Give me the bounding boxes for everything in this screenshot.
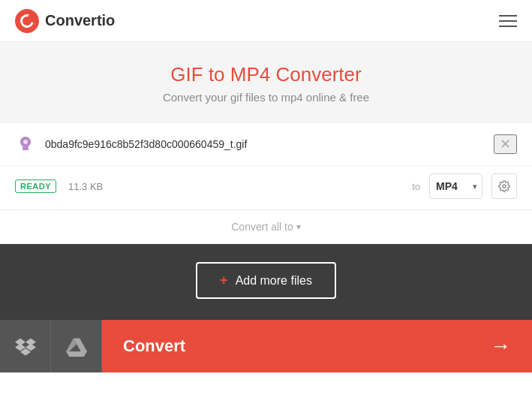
plus-icon: + — [220, 273, 228, 288]
format-select[interactable]: MP4 AVI MOV MKV WMV — [430, 177, 468, 195]
bottom-bar: Convert → — [0, 320, 532, 372]
svg-marker-9 — [66, 351, 87, 357]
hero-section: GIF to MP4 Converter Convert your gif fi… — [0, 42, 532, 123]
arrow-right-icon: → — [490, 334, 511, 358]
logo-area: Convertio — [15, 9, 115, 33]
page-subtitle: Convert your gif files to mp4 online & f… — [15, 91, 517, 104]
logo-text: Convertio — [45, 12, 115, 29]
chevron-down-icon: ▾ — [468, 182, 482, 191]
dropbox-button[interactable] — [0, 320, 51, 372]
svg-point-0 — [23, 140, 28, 144]
file-size: 11.3 KB — [68, 181, 403, 192]
file-row: 0bda9fc9e916c8b52f3d80c000660459_t.gif ✕ — [0, 123, 532, 166]
add-files-zone: + Add more files — [0, 244, 532, 320]
logo-icon — [15, 9, 39, 33]
google-drive-icon — [66, 336, 87, 357]
file-meta-row: READY 11.3 KB to MP4 AVI MOV MKV WMV ▾ — [0, 166, 532, 210]
page-title: GIF to MP4 Converter — [15, 63, 517, 86]
status-badge: READY — [15, 179, 56, 193]
file-section: 0bda9fc9e916c8b52f3d80c000660459_t.gif ✕… — [0, 123, 532, 210]
convert-label: Convert — [123, 336, 185, 356]
dropbox-icon — [15, 336, 36, 357]
convert-all-bar[interactable]: Convert all to ▾ — [0, 210, 532, 244]
hamburger-icon[interactable] — [499, 15, 517, 27]
svg-point-1 — [503, 185, 506, 188]
add-more-label: Add more files — [236, 274, 312, 288]
file-icon — [15, 134, 36, 155]
google-drive-button[interactable] — [51, 320, 102, 372]
header: Convertio — [0, 0, 532, 42]
settings-button[interactable] — [491, 173, 517, 199]
file-name: 0bda9fc9e916c8b52f3d80c000660459_t.gif — [45, 138, 485, 150]
chevron-down-icon: ▾ — [296, 222, 301, 232]
convert-all-label: Convert all to — [231, 221, 293, 233]
add-more-files-button[interactable]: + Add more files — [196, 262, 336, 299]
to-label: to — [412, 181, 420, 192]
format-selector[interactable]: MP4 AVI MOV MKV WMV ▾ — [429, 173, 482, 199]
remove-file-button[interactable]: ✕ — [494, 134, 517, 154]
convert-button[interactable]: Convert → — [102, 320, 532, 372]
